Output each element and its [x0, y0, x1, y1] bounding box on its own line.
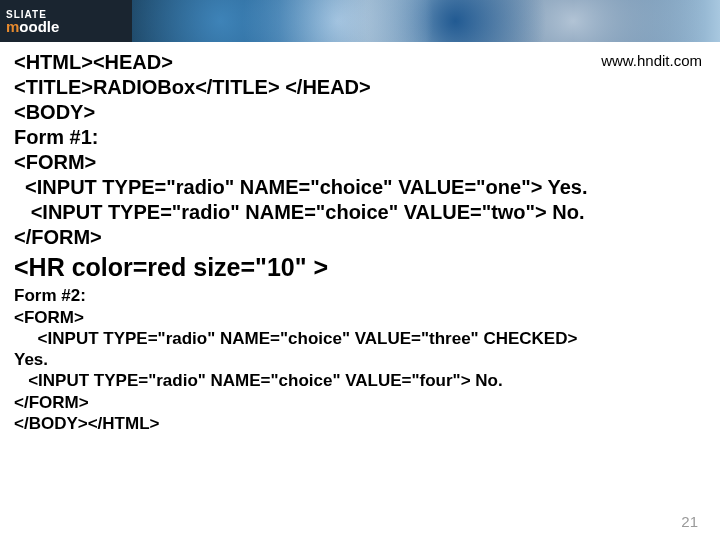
code-line: <INPUT TYPE="radio" NAME="choice" VALUE=… — [14, 175, 706, 200]
logo-line2a: m — [6, 18, 19, 35]
code-line: Form #2: — [14, 285, 706, 306]
code-block-1: <HTML><HEAD> <TITLE>RADIOBox</TITLE> </H… — [14, 50, 706, 250]
code-line: <FORM> — [14, 150, 706, 175]
code-block-2: Form #2: <FORM> <INPUT TYPE="radio" NAME… — [14, 285, 706, 434]
code-line: Form #1: — [14, 125, 706, 150]
code-line: <FORM> — [14, 307, 706, 328]
logo-text: SLIATE moodle — [6, 9, 59, 34]
code-line: <BODY> — [14, 100, 706, 125]
banner-image — [132, 0, 720, 42]
code-line: </BODY></HTML> — [14, 413, 706, 434]
header-banner: SLIATE moodle — [0, 0, 720, 42]
logo: SLIATE moodle — [0, 0, 132, 42]
slide-content: www.hndit.com <HTML><HEAD> <TITLE>RADIOB… — [0, 42, 720, 434]
url-text: www.hndit.com — [601, 52, 702, 69]
logo-line2b: oodle — [19, 18, 59, 35]
code-line: <INPUT TYPE="radio" NAME="choice" VALUE=… — [14, 328, 706, 349]
code-line: Yes. — [14, 349, 706, 370]
code-hr-line: <HR color=red size="10" > — [14, 252, 706, 283]
code-line: <INPUT TYPE="radio" NAME="choice" VALUE=… — [14, 200, 706, 225]
code-line: </FORM> — [14, 392, 706, 413]
code-line: <TITLE>RADIOBox</TITLE> </HEAD> — [14, 75, 706, 100]
code-line: </FORM> — [14, 225, 706, 250]
page-number: 21 — [681, 513, 698, 530]
code-line: <INPUT TYPE="radio" NAME="choice" VALUE=… — [14, 370, 706, 391]
